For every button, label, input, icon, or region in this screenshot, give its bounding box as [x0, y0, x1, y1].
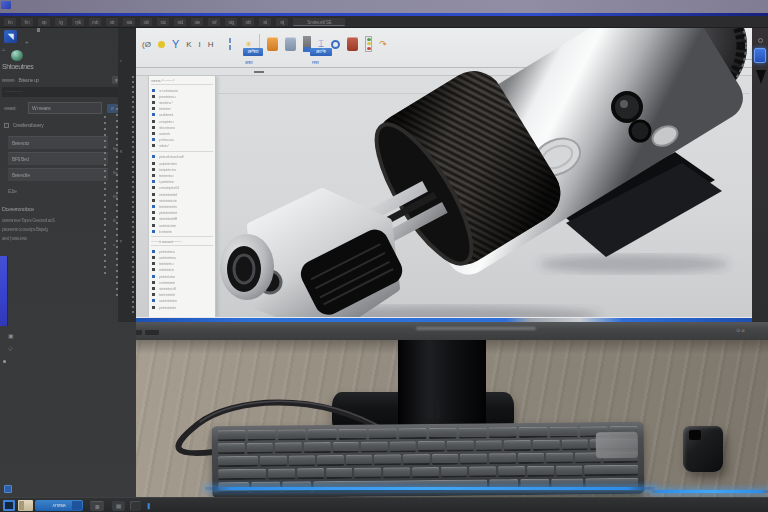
- menu-item[interactable]: stc: [157, 18, 169, 26]
- rotate-icon[interactable]: ↷: [379, 39, 387, 49]
- tree-row[interactable]: srtteta ᵉ: [151, 143, 213, 149]
- bezel-mark: [145, 330, 159, 335]
- key: [432, 454, 459, 465]
- menu-item[interactable]: fm: [21, 18, 33, 26]
- tree-row-label: b tetetete: [159, 229, 172, 234]
- sidebar-field[interactable]: BF6 Bed: [8, 152, 108, 165]
- tree-row-icon: [152, 168, 155, 171]
- tab-dash[interactable]: [254, 71, 264, 73]
- tree-row-label: petetet etse: [159, 274, 175, 279]
- search-input[interactable]: W means: [28, 102, 102, 114]
- taskbar-window-icon[interactable]: [130, 501, 141, 511]
- menu-item[interactable]: lm: [4, 18, 16, 26]
- scrollbar-ticks[interactable]: [104, 116, 106, 276]
- menu-item[interactable]: sth: [242, 18, 254, 26]
- tray-tiny-icon[interactable]: [4, 485, 12, 493]
- ribbon-icon-row: (ØYKIH✳⌶↷: [142, 31, 387, 57]
- section-title: Dcererronoloce: [2, 206, 132, 212]
- search-label: ·weast·: [3, 105, 17, 111]
- taskbar-blue-glyph[interactable]: ❚: [145, 501, 152, 511]
- key: [399, 428, 427, 439]
- menu-item[interactable]: rpk: [72, 18, 84, 26]
- left-sidebar-panel: ◥ + ▵ Shtoeutnes ᴇᴇᴇᴇᴇᴇ·Brieune up ᴇ ⵈⵈⵈ…: [0, 28, 136, 497]
- sphere-icon[interactable]: [11, 50, 23, 61]
- plus-icon[interactable]: +: [25, 39, 29, 45]
- active-task-button[interactable]: ᴀᴛᴛᴇᴍᴀ: [35, 500, 83, 511]
- tree-row-icon: [152, 186, 155, 189]
- traffic-light-icon[interactable]: [365, 36, 372, 52]
- spline-icon[interactable]: Y: [172, 38, 179, 50]
- tool-glyph-a[interactable]: ▣: [8, 332, 14, 339]
- letter-i-icon[interactable]: I: [199, 40, 201, 49]
- key: [498, 466, 525, 477]
- sidebar-title: Shtoeutnes: [2, 63, 122, 70]
- tree-row-label: tetetetete a: [159, 261, 174, 266]
- selection-bar[interactable]: [0, 256, 8, 326]
- key: [218, 469, 266, 481]
- point-icon[interactable]: [158, 41, 165, 48]
- tree-row[interactable]: petetetetetts: [151, 304, 213, 310]
- menu-item[interactable]: str: [106, 18, 118, 26]
- tree-header: ꜱᴛᴇᴇᴛᴀ ·ᵉ· ⸺ ᵉ: [151, 78, 213, 85]
- menu-item[interactable]: sti: [259, 18, 271, 26]
- menu-item[interactable]: stg: [225, 18, 237, 26]
- tree-row-label: aetptete tetra: [159, 161, 177, 166]
- sketch-icon[interactable]: (Ø: [142, 40, 151, 49]
- tree-row-icon: [152, 95, 155, 98]
- app-icon[interactable]: ◥: [4, 30, 17, 43]
- sidebar-dark-bar[interactable]: ⵈⵈⵈⵈⵈⵈⵈ: [2, 87, 122, 97]
- power-blue-button[interactable]: [754, 48, 766, 63]
- key: [248, 430, 276, 441]
- circle-icon[interactable]: [331, 40, 340, 49]
- strip-glyph: ᵍ: [120, 148, 122, 154]
- right-bezel-strip: [752, 28, 768, 322]
- key: [549, 426, 577, 437]
- feature-slate-icon[interactable]: [285, 37, 296, 51]
- menu-item[interactable]: std: [174, 18, 186, 26]
- tree-row-icon: [152, 250, 155, 253]
- feature-orange-icon[interactable]: [267, 37, 278, 51]
- taskbar-grid-icon[interactable]: ▦: [112, 501, 125, 511]
- sidebar-field[interactable]: Betenoto: [8, 136, 108, 149]
- tree-section-header: ⸺ tr seeaest ⸺: [151, 239, 213, 246]
- menu-item[interactable]: mb: [89, 18, 101, 26]
- tool-glyph-b[interactable]: ◇: [8, 344, 13, 351]
- taskbar-app-icon[interactable]: ≣: [90, 501, 104, 511]
- tree-row[interactable]: b tetetete: [151, 228, 213, 234]
- bezel-mark: [136, 330, 142, 335]
- bezel-reflection: [416, 327, 536, 330]
- tree-row-icon: [152, 199, 155, 202]
- menu-item-wide[interactable]: Smtreunil SE: [293, 18, 345, 26]
- tree-row-icon: [152, 155, 155, 158]
- sidebar-field[interactable]: Betendire: [8, 168, 108, 181]
- folder-icon[interactable]: [18, 500, 33, 511]
- tree-row-icon: [152, 281, 155, 284]
- key: [278, 429, 306, 440]
- menu-item[interactable]: stb: [140, 18, 152, 26]
- letter-k-icon[interactable]: K: [186, 40, 191, 49]
- checkbox[interactable]: [4, 123, 9, 128]
- letter-h-icon[interactable]: H: [208, 40, 214, 49]
- strip-scrollbar[interactable]: [132, 76, 134, 316]
- ribbon-chip-1[interactable]: ᴤᴇᴴᴇᴅ: [243, 48, 263, 56]
- keyboard-row: [218, 478, 638, 493]
- panel-field-icon[interactable]: [221, 37, 239, 51]
- menu-item[interactable]: ste: [191, 18, 203, 26]
- bezel-corner-glyphs: ⊙ ⌀: [736, 327, 745, 333]
- tree-row-label: stetetetetettB: [159, 216, 177, 221]
- ribbon-chip-2[interactable]: ᴤᴇɪᴳᴇ: [310, 48, 332, 56]
- start-window-icon[interactable]: [3, 500, 15, 511]
- menu-item[interactable]: sta: [123, 18, 135, 26]
- key: [260, 455, 287, 466]
- menu-item[interactable]: stf: [208, 18, 220, 26]
- key: [338, 429, 366, 440]
- mouse-notch: [689, 430, 701, 440]
- menu-item[interactable]: stj: [276, 18, 288, 26]
- menu-item[interactable]: sp: [38, 18, 50, 26]
- mate-red-icon[interactable]: [347, 37, 358, 51]
- gear-icon[interactable]: [758, 38, 763, 43]
- tree-row-icon: [152, 293, 155, 296]
- menu-item[interactable]: tg: [55, 18, 67, 26]
- toolbar-link[interactable]: Brieune up: [19, 77, 39, 83]
- cad-viewport[interactable]: ꜱᴛᴇᴇᴛᴀ ·ᵉ· ⸺ ᵉ sr ceteetaseopnsetetera o…: [136, 76, 752, 317]
